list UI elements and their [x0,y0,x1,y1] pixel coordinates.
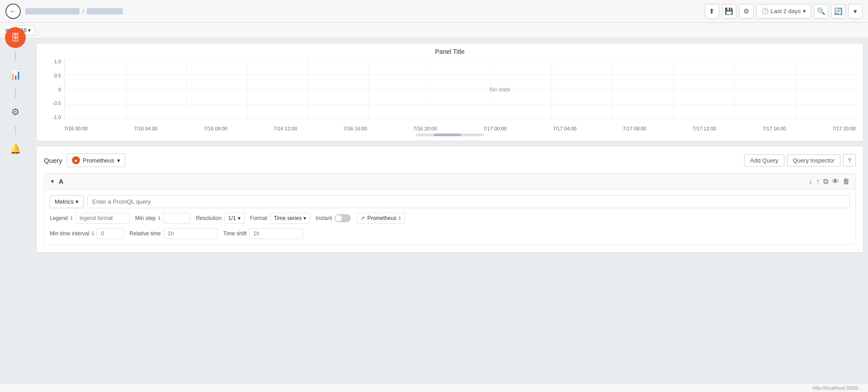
prometheus-icon: ● [75,158,77,163]
grid-v-5 [369,59,369,120]
breadcrumb-dashboard [25,8,80,14]
query-header: Query ● Prometheus ▾ Add Query Query Ins… [44,153,856,167]
resolution-label: Resolution [196,215,222,221]
min-step-group: Min step ℹ [135,213,190,224]
query-label: Query [44,157,62,164]
grid-h-4 [65,105,856,105]
min-time-interval-info-icon[interactable]: ℹ [92,230,94,237]
min-time-interval-input[interactable] [97,228,124,239]
relative-time-group: Relative time [129,228,217,239]
top-bar: ← / ⬆ 💾 ⚙ 🕐 Last 2 days ▾ 🔍 🔄 ▾ [0,0,868,23]
chart-grid: No data [64,59,856,120]
y-label-2: 0.5 [54,73,61,78]
grid-v-9 [612,59,613,120]
grid-h-1 [65,59,856,59]
legend-input[interactable] [75,213,130,224]
format-label: Format [250,215,267,221]
query-body: Metrics ▾ Legend ℹ Min step ℹ [44,190,855,244]
query-section-a-header: ▼ A ↓ ↑ ⧉ 👁 🗑 [44,174,855,190]
query-row-1: Metrics ▾ [50,195,850,208]
query-panel: Query ● Prometheus ▾ Add Query Query Ins… [36,146,863,253]
grid-h-2 [65,74,856,75]
time-shift-input[interactable] [249,228,303,239]
resolution-select[interactable]: 1/1 ▾ [224,213,245,224]
min-step-input[interactable] [163,213,190,224]
share-icon: ⬆ [709,7,715,15]
refresh-dropdown-button[interactable]: ▾ [848,4,863,19]
top-bar-right: ⬆ 💾 ⚙ 🕐 Last 2 days ▾ 🔍 🔄 ▾ [705,4,863,19]
scroll-indicator [44,134,856,136]
grid-v-12 [795,59,795,120]
query-row-3: Min time interval ℹ Relative time Time s… [50,228,850,239]
clock-icon: 🕐 [761,8,769,14]
resolution-arrow: ▾ [238,215,241,221]
grid-v-2 [186,59,187,120]
query-section-a: ▼ A ↓ ↑ ⧉ 👁 🗑 Metrics ▾ [44,173,856,245]
panel-container: Panel Title 1.0 0.5 0 -0.5 -1.0 [36,43,863,141]
metrics-label: Metrics [55,198,74,205]
move-up-icon[interactable]: ↑ [816,177,820,186]
scroll-thumb[interactable] [434,134,461,136]
save-button[interactable]: 💾 [722,4,736,19]
instant-label: Instant [316,215,332,221]
query-inspector-button[interactable]: Query Inspector [787,154,841,167]
add-query-button[interactable]: Add Query [744,154,784,167]
prometheus-link[interactable]: ↗ Prometheus ℹ [356,213,405,224]
settings-button[interactable]: ⚙ [739,4,754,19]
time-shift-group: Time shift [223,228,304,239]
instant-toggle[interactable] [335,214,351,222]
promql-input[interactable] [87,195,850,208]
gear-icon: ⚙ [11,106,19,117]
y-axis-labels: 1.0 0.5 0 -0.5 -1.0 [44,59,63,120]
x-label-7: 7/17 00:00 [483,126,507,131]
breadcrumb-panel [87,8,123,14]
query-header-left: Query ● Prometheus ▾ [44,153,125,167]
sidebar-item-data[interactable]: 🗄 [5,27,26,48]
prometheus-info-icon[interactable]: ℹ [399,215,401,221]
move-down-icon[interactable]: ↓ [809,177,812,186]
query-section-header-left: ▼ A [50,178,63,185]
grid-v-1 [126,59,126,120]
duplicate-icon[interactable]: ⧉ [823,177,828,186]
sidebar-item-alert[interactable]: 🔔 [5,139,26,159]
format-select[interactable]: Time series ▾ [270,213,311,224]
y-label-3: 0 [58,87,61,92]
toggle-visibility-icon[interactable]: 👁 [832,177,839,186]
legend-label: Legend [50,215,68,221]
min-time-interval-label: Min time interval [50,230,89,237]
share-button[interactable]: ⬆ [705,4,719,19]
back-button[interactable]: ← [5,4,21,19]
top-bar-left: ← / [5,4,123,19]
query-row-2: Legend ℹ Min step ℹ Resolution 1/1 ▾ [50,213,850,224]
sidebar-item-chart[interactable]: 📊 [5,64,26,85]
collapse-arrow[interactable]: ▼ [50,178,55,185]
query-letter-a: A [59,178,63,185]
settings-icon: ⚙ [743,7,749,15]
min-step-label: Min step [135,215,156,221]
delete-icon[interactable]: 🗑 [843,177,850,186]
search-button[interactable]: 🔍 [814,4,828,19]
sidebar: 🗄 📊 ⚙ 🔔 [0,23,31,257]
format-arrow: ▾ [303,215,306,221]
search-icon: 🔍 [817,7,826,15]
help-button[interactable]: ? [843,154,856,167]
breadcrumb: / [25,8,123,14]
datasource-selector[interactable]: ● Prometheus ▾ [67,153,125,167]
main-content: Panel Title 1.0 0.5 0 -0.5 -1.0 [0,38,868,257]
datasource-name: Prometheus [83,157,114,164]
time-range-arrow: ▾ [803,8,806,14]
time-range-picker[interactable]: 🕐 Last 2 days ▾ [756,4,811,19]
time-range-label: Last 2 days [771,8,801,14]
format-value: Time series [274,215,302,221]
sidebar-connector-3 [15,126,16,135]
no-data-label: No data [490,86,510,93]
metrics-button[interactable]: Metrics ▾ [50,195,84,208]
min-step-info-icon[interactable]: ℹ [158,215,160,221]
x-label-10: 7/17 12:00 [693,126,716,131]
relative-time-input[interactable] [164,228,218,239]
grid-lines [65,59,856,120]
sidebar-item-settings[interactable]: ⚙ [5,101,26,122]
grid-v-10 [673,59,674,120]
refresh-button[interactable]: 🔄 [831,4,845,19]
legend-info-icon[interactable]: ℹ [71,215,73,221]
